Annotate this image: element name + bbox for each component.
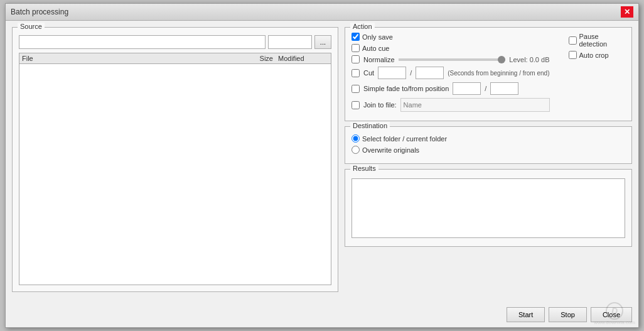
auto-cue-row: Auto cue <box>352 44 550 52</box>
column-file: File <box>22 55 242 62</box>
normalize-slider[interactable] <box>399 58 506 61</box>
pause-detection-checkbox[interactable] <box>569 36 577 45</box>
only-save-row: Only save <box>352 33 550 41</box>
overwrite-originals-radio[interactable] <box>352 146 360 154</box>
level-label: Level: 0.0 dB <box>509 56 549 63</box>
source-panel: Source *.mp3 ... File Size Modified <box>12 27 338 297</box>
column-size: Size <box>242 55 273 62</box>
close-title-bar-button[interactable]: ✕ <box>621 6 633 18</box>
cut-end-input[interactable] <box>416 67 444 79</box>
source-group: Source *.mp3 ... File Size Modified <box>12 27 338 292</box>
window-title: Batch processing <box>11 8 68 16</box>
destination-radio-1-row: Select folder / current folder <box>352 134 625 143</box>
destination-label: Destination <box>350 122 390 129</box>
auto-cue-checkbox[interactable] <box>352 44 360 52</box>
normalize-checkbox[interactable] <box>352 55 360 63</box>
source-label: Source <box>18 23 45 30</box>
fade-row: Simple fade to/from position / <box>352 82 550 95</box>
source-top-row: *.mp3 ... <box>19 35 331 49</box>
filter-input[interactable]: *.mp3 <box>268 35 312 49</box>
browse-button[interactable]: ... <box>314 35 331 49</box>
cut-checkbox[interactable] <box>352 69 360 77</box>
fade-slash: / <box>485 85 486 92</box>
cut-label: Cut <box>363 69 374 77</box>
pause-detection-label: Pause detection <box>579 33 626 48</box>
auto-crop-label: Auto crop <box>579 52 609 59</box>
cut-row: Cut / (Seconds from beginning / from end… <box>352 67 550 79</box>
simple-fade-label: Simple fade to/from position <box>363 85 449 92</box>
only-save-checkbox[interactable] <box>352 33 360 41</box>
file-list-header: File Size Modified <box>19 53 331 64</box>
title-bar: Batch processing ✕ <box>6 4 638 21</box>
pause-detection-row: Pause detection <box>569 33 626 48</box>
bottom-buttons: Start Stop Close <box>6 303 638 327</box>
watermark-url: www.downxia.com <box>594 320 635 325</box>
window-body: Source *.mp3 ... File Size Modified <box>6 21 638 303</box>
simple-fade-checkbox[interactable] <box>352 85 360 93</box>
join-name-input[interactable] <box>400 98 550 112</box>
join-to-file-checkbox[interactable] <box>352 101 360 109</box>
select-folder-label: Select folder / current folder <box>362 135 447 143</box>
fade-start-input[interactable] <box>453 82 481 95</box>
normalize-row: Normalize Level: 0.0 dB <box>352 55 550 63</box>
auto-cue-label: Auto cue <box>362 45 389 52</box>
watermark: D www.downxia.com <box>594 302 635 325</box>
action-label: Action <box>350 23 375 30</box>
start-button[interactable]: Start <box>507 307 545 322</box>
fade-end-input[interactable] <box>490 82 518 95</box>
only-save-label: Only save <box>362 33 393 41</box>
auto-crop-checkbox[interactable] <box>569 51 577 59</box>
batch-processing-window: Batch processing ✕ Source *.mp3 ... File… <box>5 3 639 328</box>
destination-radio-2-row: Overwrite originals <box>352 146 625 154</box>
action-col-left: Only save Auto cue Normalize Level: 0.0 <box>352 33 550 114</box>
watermark-logo: D <box>606 302 623 320</box>
right-panel: Action Only save Auto cue <box>345 27 632 297</box>
cut-slash: / <box>410 69 412 77</box>
action-columns: Only save Auto cue Normalize Level: 0.0 <box>352 33 625 114</box>
join-row: Join to file: <box>352 98 550 112</box>
action-col-right: Pause detection Auto crop <box>569 33 626 114</box>
file-list: File Size Modified <box>19 53 331 285</box>
select-folder-radio[interactable] <box>352 134 360 143</box>
normalize-label: Normalize <box>363 56 395 63</box>
overwrite-originals-label: Overwrite originals <box>362 146 419 154</box>
normalize-slider-container: Level: 0.0 dB <box>399 56 550 63</box>
seconds-label: (Seconds from beginning / from end) <box>448 70 549 77</box>
stop-button[interactable]: Stop <box>549 307 587 322</box>
column-modified: Modified <box>278 55 328 62</box>
results-label: Results <box>350 165 378 172</box>
join-to-file-label: Join to file: <box>363 101 397 109</box>
source-path-input[interactable] <box>19 35 266 49</box>
results-textarea[interactable] <box>352 178 625 238</box>
action-group: Action Only save Auto cue <box>345 27 632 121</box>
results-group: Results <box>345 169 632 247</box>
auto-crop-row: Auto crop <box>569 51 626 59</box>
destination-group: Destination Select folder / current fold… <box>345 126 632 164</box>
cut-start-input[interactable] <box>378 67 406 79</box>
